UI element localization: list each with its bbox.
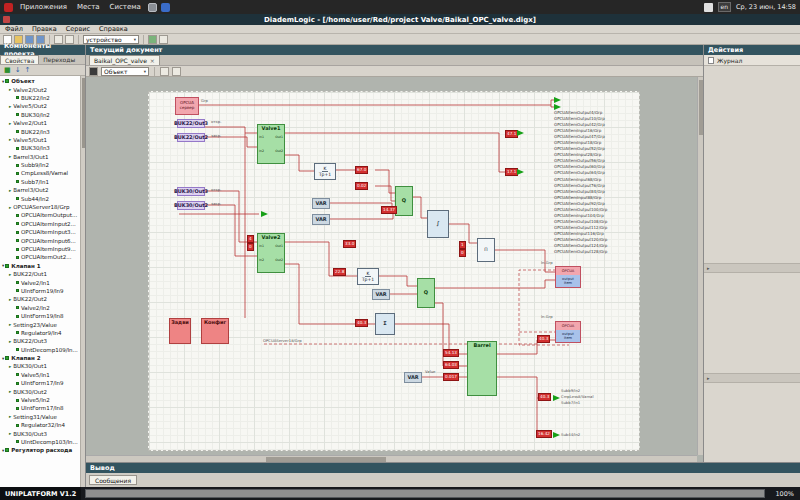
window-titlebar[interactable]: DiademLogic - [/home/user/Red/project Va… [0,14,800,25]
keyboard-layout-indicator[interactable]: en [718,2,732,12]
tree-item[interactable]: UIntForm17/In8 [0,404,85,412]
diagram-block[interactable]: BUK22/Out3 [177,119,205,128]
diagram-block[interactable]: VAR [312,198,330,209]
menu-edit[interactable]: Правка [32,25,57,33]
tree-item[interactable]: UIntForm19/In9 [0,287,85,295]
collapsed-section-1[interactable]: ▸ [704,263,800,273]
tree-item[interactable]: Sub44/In2 [0,194,85,202]
tree-item[interactable]: ▾Объект [0,77,85,85]
device-combobox[interactable]: устройство ▾ [83,35,139,44]
tree-item[interactable]: OPCUAItemInput2... [0,220,85,228]
expander-icon[interactable]: ▾ [2,448,4,453]
diagram-block[interactable]: VAR [312,214,330,225]
diagram-block[interactable]: Q [417,278,435,308]
tree-item[interactable]: ▾Регулятор расхода [0,446,85,454]
terminal-launcher-icon[interactable] [148,3,157,12]
tree-item[interactable]: ▸Barrel3/Out2 [0,186,85,194]
tree-item[interactable]: ▸BUK30/Out3 [0,429,85,437]
expander-icon[interactable]: ▾ [2,263,4,268]
scrollbar-thumb[interactable] [266,457,386,462]
tree-item[interactable]: Regulator9/In4 [0,329,85,337]
notification-icon[interactable] [704,3,713,12]
tree-item[interactable]: OPCUAItemInput6... [0,236,85,244]
diagram-block[interactable]: ∫ [427,210,449,238]
tree-item[interactable]: Valve5/In1 [0,371,85,379]
object-mode-icon[interactable] [89,67,98,76]
diagram-block[interactable]: Valve2In1In2Out1Out2 [257,233,285,273]
diagram-block[interactable]: OPCUAoutputItem [555,266,581,288]
scrollbar-thumb[interactable] [82,78,85,148]
tree-item[interactable]: Regulator32/In4 [0,421,85,429]
tree-item[interactable]: ▸BUK22/Out3 [0,337,85,345]
tree-item[interactable]: Subb9/In2 [0,161,85,169]
collapse-all-icon[interactable]: ↑ [25,67,31,74]
diagram-page[interactable]: OPCUAItemOutput4/GrpOPCUAItemOutput10/Gr… [148,91,640,451]
tree-item[interactable]: UIntForm17/In9 [0,379,85,387]
tree-item[interactable]: Valve5/In2 [0,396,85,404]
settings-button[interactable] [159,35,168,44]
tree-item[interactable]: OPCUAItemInput3... [0,228,85,236]
diagram-block[interactable]: П [477,238,495,262]
diagram-block[interactable]: BUK30/Out3 [177,187,205,196]
tree-item[interactable]: ▸Setting31/Value [0,413,85,421]
diagram-block[interactable]: VAR [404,372,422,383]
tree-item[interactable]: ▾Клапан 2 [0,354,85,362]
tree-scrollbar[interactable] [80,76,85,487]
tree-item[interactable]: BUK30/In2 [0,111,85,119]
journal-button[interactable]: Журнал [704,55,800,66]
diagram-block[interactable]: BUK22/Out2 [177,133,205,142]
run-button[interactable] [148,35,157,44]
tree-item[interactable]: ▸Barrel3/Out1 [0,153,85,161]
diagram-block[interactable]: BUK30/Out2 [177,201,205,210]
diagram-block[interactable]: Valve1In1In2Out1Out2 [257,124,285,164]
zoom-level[interactable]: 100% [769,490,800,498]
components-tree[interactable]: ▾Объект▸Valve2/Out2BUK22/In2▸Valve5/Out2… [0,76,85,487]
diagram-block[interactable]: OPCUAoutputItem [555,321,581,343]
browser-launcher-icon[interactable] [161,3,170,12]
collapsed-section-2[interactable]: ▸ [704,373,800,383]
grid-button[interactable] [160,67,169,76]
tree-item[interactable]: ▸Valve5/Out1 [0,136,85,144]
expander-icon[interactable]: ▾ [2,356,4,361]
distro-menu-icon[interactable] [4,3,13,12]
tree-item[interactable]: ▸Valve5/Out2 [0,102,85,110]
tree-item[interactable]: ▾Клапан 1 [0,262,85,270]
diagram-block[interactable]: Q [395,186,413,216]
diagram-block[interactable]: VAR [372,289,390,300]
tree-item[interactable]: ▸BUK30/Out2 [0,387,85,395]
menu-applications[interactable]: Приложения [17,3,70,11]
diagram-block[interactable]: KTp+1 [314,163,336,180]
menu-help[interactable]: Справка [99,25,128,33]
expand-all-icon[interactable]: ↓ [15,67,21,74]
tree-item[interactable]: UIntDecomp109/In... [0,346,85,354]
tree-item[interactable]: BUK22/In3 [0,127,85,135]
tree-item[interactable]: OPCUAItemInput9... [0,245,85,253]
tab-transitions[interactable]: Переходы [39,55,79,64]
tree-item[interactable]: Valve2/In2 [0,304,85,312]
diagram-block[interactable]: Задви [169,318,191,344]
diagram-block[interactable]: Конфиг [201,318,229,344]
document-tab[interactable]: Baikal_OPC_valve × [89,55,160,65]
tree-item[interactable]: ▸OPCUAServer18/Grp [0,203,85,211]
diagram-scroll-area[interactable]: OPCUAItemOutput4/GrpOPCUAItemOutput10/Gr… [86,77,703,462]
tree-item[interactable]: Subb7/In1 [0,178,85,186]
tab-messages[interactable]: Сообщения [89,475,137,485]
zoom-button[interactable] [172,67,181,76]
menu-system[interactable]: Система [107,3,144,11]
expander-icon[interactable]: ▾ [2,79,4,84]
tree-item[interactable]: ▸Valve2/Out1 [0,119,85,127]
filter-icon[interactable]: ■ [4,67,11,74]
diagram-block[interactable]: OPCUAсервер [175,97,199,115]
tree-item[interactable]: BUK22/In2 [0,94,85,102]
close-tab-icon[interactable]: × [150,57,155,64]
canvas-vertical-scrollbar[interactable] [697,77,703,455]
clock[interactable]: Ср, 23 июн, 14:58 [736,3,796,11]
tree-item[interactable]: ▸Valve2/Out2 [0,85,85,93]
tree-item[interactable]: Valve2/In1 [0,278,85,286]
diagram-block[interactable]: Barrel [467,341,497,396]
diagram-block[interactable]: Σ [375,313,395,335]
menu-service[interactable]: Сервис [66,25,90,33]
object-combobox[interactable]: Объект ▾ [101,67,149,76]
diagram-block[interactable]: KTp+1 [357,268,379,285]
tree-item[interactable]: UIntDecomp103/In... [0,438,85,446]
